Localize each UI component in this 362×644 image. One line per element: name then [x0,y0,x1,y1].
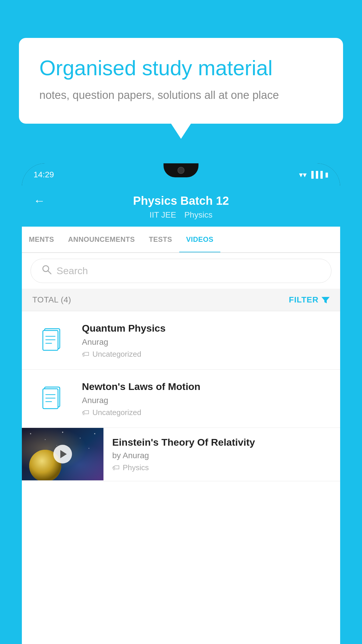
svg-point-13 [30,433,31,434]
video-info-quantum: Quantum Physics Anurag 🏷 Uncategorized [82,322,330,359]
tab-announcements[interactable]: ANNOUNCEMENTS [61,227,142,252]
search-icon [41,264,52,277]
video-title: Quantum Physics [82,322,330,335]
svg-point-17 [94,433,95,434]
play-button[interactable] [53,445,72,463]
speech-bubble-container: Organised study material notes, question… [19,38,343,124]
svg-rect-9 [43,389,58,409]
status-time: 14:29 [34,170,54,179]
svg-marker-2 [321,297,330,303]
battery-icon: ▮ [325,171,328,178]
signal-icon: ▐▐▐ [309,171,323,178]
tag-label: Physics [123,463,149,472]
play-triangle-icon [60,450,67,458]
speech-bubble-heading: Organised study material [39,55,323,80]
status-icons: ▾▾ ▐▐▐ ▮ [299,170,328,179]
speech-bubble-subtext: notes, question papers, solutions all at… [39,88,323,103]
video-thumbnail-einstein [22,428,103,480]
tag-icon: 🏷 [82,408,89,417]
app-header-row: ← Physics Batch 12 [34,194,328,207]
video-list: Quantum Physics Anurag 🏷 Uncategorized [22,311,340,481]
app-subtitle: IIT JEE Physics [150,210,212,220]
status-bar: 14:29 ▾▾ ▐▐▐ ▮ [22,163,340,186]
list-item[interactable]: Einstein's Theory Of Relativity by Anura… [22,428,340,481]
phone-frame: 14:29 ▾▾ ▐▐▐ ▮ ← Physics Batch 12 IIT JE… [22,163,340,644]
doc-icon-newton [32,382,73,415]
video-author: Anurag [82,396,330,405]
video-author: by Anurag [112,451,331,460]
video-author: Anurag [82,337,330,347]
video-title: Einstein's Theory Of Relativity [112,437,331,448]
filter-button[interactable]: FILTER [289,295,330,304]
app-title: Physics Batch 12 [133,194,229,207]
total-count: TOTAL (4) [32,295,71,304]
video-info-newton: Newton's Laws of Motion Anurag 🏷 Uncateg… [82,380,330,417]
video-title: Newton's Laws of Motion [82,380,330,393]
tag-icon: 🏷 [112,463,120,472]
filter-row: TOTAL (4) FILTER [22,289,340,311]
app-header: ← Physics Batch 12 IIT JEE Physics [22,186,340,227]
video-tag: 🏷 Uncategorized [82,350,330,359]
list-item[interactable]: Quantum Physics Anurag 🏷 Uncategorized [22,311,340,370]
subtitle-physics: Physics [184,210,212,220]
list-item[interactable]: Newton's Laws of Motion Anurag 🏷 Uncateg… [22,370,340,428]
tag-label: Uncategorized [92,408,141,417]
video-tag: 🏷 Physics [112,463,331,472]
svg-rect-4 [43,330,58,350]
tab-videos[interactable]: VIDEOS [179,227,221,252]
video-info-einstein: Einstein's Theory Of Relativity by Anura… [103,428,340,481]
svg-point-14 [45,439,46,440]
svg-point-20 [89,448,89,449]
tab-ments[interactable]: MENTS [22,227,61,252]
search-bar[interactable]: Search [31,259,331,283]
subtitle-iit: IIT JEE [150,210,176,220]
video-tag: 🏷 Uncategorized [82,408,330,417]
tab-tests[interactable]: TESTS [142,227,179,252]
svg-point-15 [62,432,63,433]
svg-point-19 [57,445,57,446]
tag-icon: 🏷 [82,350,89,359]
search-placeholder: Search [57,265,88,276]
tabs-bar: MENTS ANNOUNCEMENTS TESTS VIDEOS [22,227,340,253]
filter-label: FILTER [289,295,319,304]
doc-icon-quantum [32,323,73,357]
svg-line-1 [48,271,51,274]
speech-bubble: Organised study material notes, question… [19,38,343,124]
svg-point-16 [80,438,81,439]
wifi-icon: ▾▾ [299,170,307,179]
phone-notch [164,163,198,177]
filter-icon [321,296,330,304]
back-button[interactable]: ← [34,194,45,207]
tag-label: Uncategorized [92,350,141,359]
camera-icon [178,167,184,174]
phone-screen: ← Physics Batch 12 IIT JEE Physics MENTS… [22,186,340,644]
search-bar-wrapper: Search [22,253,340,289]
